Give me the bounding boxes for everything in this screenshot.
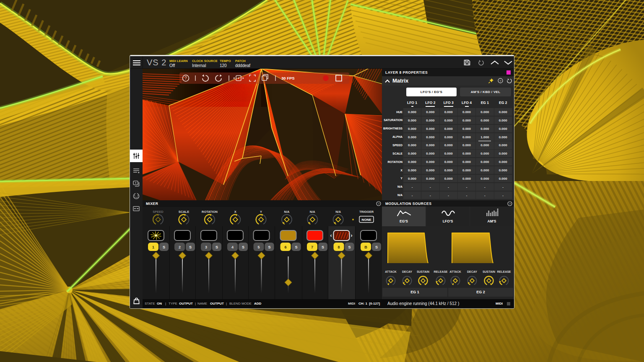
svg-text:DECAY: DECAY	[402, 270, 412, 273]
svg-text:5: 5	[257, 245, 260, 249]
svg-text:RELEASE: RELEASE	[434, 270, 447, 273]
svg-text:3: 3	[205, 245, 207, 249]
svg-text:S: S	[348, 245, 351, 249]
svg-text:1: 1	[152, 245, 154, 249]
svg-text:S: S	[163, 245, 165, 249]
svg-text:S: S	[268, 245, 270, 249]
svg-text:?: ?	[499, 79, 501, 83]
svg-text:S: S	[295, 245, 297, 249]
svg-text:SUSTAIN: SUSTAIN	[483, 270, 495, 273]
svg-text:6: 6	[284, 245, 286, 249]
svg-text:N/A: N/A	[335, 210, 341, 214]
svg-text:‹: ‹	[330, 233, 332, 238]
svg-text:S: S	[216, 245, 218, 249]
svg-text:N/A: N/A	[284, 210, 290, 214]
svg-text:RELEASE: RELEASE	[497, 270, 511, 273]
svg-text:S: S	[375, 245, 378, 249]
svg-text:8: 8	[338, 245, 340, 249]
svg-text:?: ?	[184, 76, 187, 80]
svg-text:7: 7	[311, 245, 313, 249]
svg-text:ROTATION: ROTATION	[202, 210, 218, 214]
svg-text:30 FPS: 30 FPS	[281, 76, 295, 80]
svg-text:›: ›	[351, 233, 353, 238]
svg-text:ATTACK: ATTACK	[449, 270, 461, 273]
svg-text:TRIGGER: TRIGGER	[359, 210, 374, 214]
svg-text:4: 4	[231, 245, 234, 249]
svg-text:Y: Y	[260, 210, 262, 214]
svg-text:?: ?	[378, 202, 379, 206]
svg-text:2: 2	[179, 245, 181, 249]
svg-text:NONE: NONE	[361, 218, 371, 222]
svg-text:S: S	[189, 245, 192, 249]
svg-text:SPEED: SPEED	[153, 210, 164, 214]
svg-text:?: ?	[509, 202, 511, 206]
svg-text:ATTACK: ATTACK	[385, 270, 397, 273]
svg-text:SUSTAIN: SUSTAIN	[417, 270, 429, 273]
svg-text:S: S	[242, 245, 244, 249]
svg-text:DECAY: DECAY	[467, 270, 477, 273]
svg-text:X: X	[234, 210, 236, 214]
svg-text:N/A: N/A	[310, 210, 316, 214]
svg-text:SCALE: SCALE	[179, 210, 189, 214]
svg-text:S: S	[322, 245, 324, 249]
svg-text:B: B	[364, 245, 367, 249]
